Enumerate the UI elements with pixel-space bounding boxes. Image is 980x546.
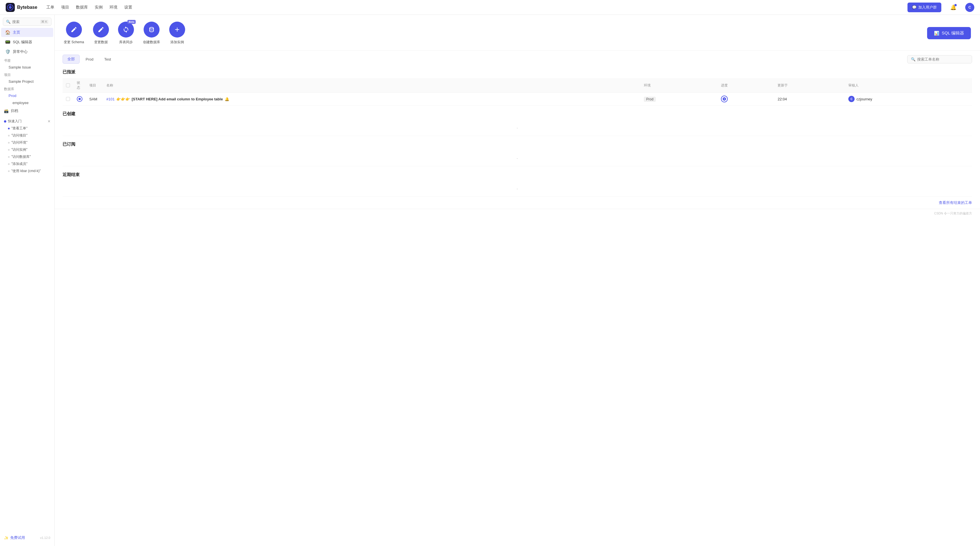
- quick-start-item[interactable]: "访问环境": [0, 139, 54, 146]
- nav-workorders[interactable]: 工单: [46, 4, 54, 11]
- sidebar-item-home[interactable]: 🏠 主页: [1, 28, 53, 37]
- quick-start-item[interactable]: "添加成员": [0, 161, 54, 167]
- nav-instances[interactable]: 实例: [95, 4, 103, 11]
- action-create-database[interactable]: 创建数据库: [143, 22, 160, 45]
- nav-environments[interactable]: 环境: [110, 4, 118, 11]
- quick-start-item[interactable]: "访问实例": [0, 146, 54, 153]
- filter-tab-prod[interactable]: Prod: [81, 55, 98, 64]
- user-avatar[interactable]: C: [965, 3, 974, 12]
- issue-search-input[interactable]: [917, 57, 968, 61]
- qs-dot: [8, 163, 10, 165]
- table-row[interactable]: SAM #101 👉👉👉 [START HERE] Add email colu…: [62, 93, 972, 105]
- status-icon: [77, 96, 83, 102]
- header-name: 名称: [103, 78, 640, 93]
- quick-start-item[interactable]: "使用 kbar (cmd-k)": [0, 167, 54, 175]
- row-checkbox[interactable]: [66, 97, 70, 101]
- bookmarks-label: 书签: [0, 57, 54, 64]
- status-icon-inner: [78, 98, 81, 100]
- search-bar[interactable]: 🔍 ⌘ K: [3, 18, 51, 26]
- svg-point-2: [9, 6, 12, 9]
- section-subscribed-title: 已订阅: [62, 136, 972, 150]
- issue-reviewer: C czjourney: [845, 93, 972, 105]
- archive-icon: 🗃️: [4, 109, 8, 113]
- view-all-anchor[interactable]: 查看所有结束的工单: [939, 201, 972, 205]
- sidebar: 🔍 ⌘ K 🏠 主页 📟 SQL 编辑器 🛡️ 异常中心 书签 Sample I…: [0, 15, 55, 546]
- reviewer: C czjourney: [848, 96, 969, 102]
- view-all-link[interactable]: 查看所有结束的工单: [55, 197, 980, 209]
- sidebar-item-employee[interactable]: employee: [0, 99, 54, 107]
- projects-label: 项目: [0, 71, 54, 78]
- search-input[interactable]: [12, 20, 38, 24]
- progress-icon: [721, 96, 728, 102]
- chat-icon: 💬: [912, 5, 916, 10]
- select-all-checkbox[interactable]: [66, 83, 70, 87]
- reviewer-name: czjourney: [856, 97, 872, 101]
- header-updated: 更新于: [774, 78, 845, 93]
- notification-button[interactable]: 🔔: [948, 2, 958, 13]
- issue-emoji: 👉👉👉: [116, 97, 130, 101]
- qs-dot: [8, 170, 10, 172]
- search-kbd: ⌘ K: [40, 20, 48, 24]
- svg-rect-3: [10, 4, 11, 6]
- databases-label: 数据库: [0, 85, 54, 92]
- sidebar-item-sample-issue[interactable]: Sample Issue: [0, 64, 54, 71]
- header-project: 项目: [86, 78, 103, 93]
- sidebar-item-prod[interactable]: Prod: [0, 92, 54, 99]
- bottom-bar: CSDN 令一只努力的偏差方: [55, 209, 980, 218]
- sidebar-item-alert-center[interactable]: 🛡️ 异常中心: [1, 47, 53, 56]
- sidebar-item-sql-editor[interactable]: 📟 SQL 编辑器: [1, 38, 53, 47]
- header-status: 状态: [73, 78, 86, 93]
- join-community-button[interactable]: 💬 加入用户群: [907, 3, 941, 12]
- qs-dot: [8, 142, 10, 143]
- table-sync-circle: Beta: [118, 22, 134, 38]
- sparkle-icon: ✨: [4, 536, 8, 540]
- quick-start-item[interactable]: "访问数据库": [0, 153, 54, 161]
- beta-badge: Beta: [127, 20, 136, 24]
- change-schema-circle: [66, 22, 82, 38]
- qs-dot: [8, 135, 10, 137]
- quick-start-item[interactable]: "查看工单": [0, 125, 54, 132]
- qs-dot: [8, 156, 10, 158]
- logo-text: Bytebase: [17, 5, 37, 10]
- header-progress: 进度: [718, 78, 774, 93]
- sql-editor-button[interactable]: 📊 SQL 编辑器: [927, 27, 971, 39]
- content-area: 已指派 状态 项目 名称 环境 进度 更新于 审核人: [55, 64, 980, 197]
- recent-ended-empty-row: -: [62, 181, 972, 197]
- created-table: -: [62, 120, 972, 136]
- search-icon: 🔍: [6, 20, 11, 24]
- sidebar-item-sample-project[interactable]: Sample Project: [0, 78, 54, 85]
- issue-number: #101: [107, 97, 115, 101]
- action-change-data[interactable]: 变更数据: [93, 22, 109, 45]
- subscribed-empty-row: -: [62, 150, 972, 166]
- nav-projects[interactable]: 项目: [61, 4, 69, 11]
- section-recent-ended-title: 近期结束: [62, 166, 972, 181]
- layout: 🔍 ⌘ K 🏠 主页 📟 SQL 编辑器 🛡️ 异常中心 书签 Sample I…: [0, 15, 980, 546]
- free-trial-button[interactable]: ✨ 免费试用: [4, 535, 25, 540]
- filter-tabs: 全部 Prod Test 🔍: [55, 51, 980, 64]
- home-icon: 🏠: [5, 30, 11, 35]
- filter-tab-test[interactable]: Test: [99, 55, 116, 64]
- action-change-schema[interactable]: 变更 Schema: [64, 22, 84, 45]
- header-env: 环境: [640, 78, 718, 93]
- sidebar-item-archive[interactable]: 🗃️ 归档: [0, 107, 54, 115]
- filter-tab-all[interactable]: 全部: [62, 55, 80, 64]
- filter-search-bar[interactable]: 🔍: [907, 55, 972, 64]
- action-table-sync[interactable]: Beta 库表同步: [118, 22, 134, 45]
- search-icon-small: 🔍: [911, 57, 915, 61]
- action-add-instance[interactable]: 添加实例: [169, 22, 185, 45]
- quick-start-header: 快速入门 ×: [0, 116, 54, 125]
- action-bar: 变更 Schema 变更数据 Beta 库表同步: [55, 15, 980, 51]
- header-checkbox: [62, 78, 73, 93]
- quick-start-item[interactable]: "访问项目": [0, 132, 54, 139]
- subscribed-table: -: [62, 150, 972, 166]
- nav-settings[interactable]: 设置: [124, 4, 132, 11]
- alert-icon: 🛡️: [5, 49, 11, 54]
- nav-databases[interactable]: 数据库: [76, 4, 88, 11]
- issue-name[interactable]: #101 👉👉👉 [START HERE] Add email column t…: [103, 93, 640, 105]
- quick-start-close-button[interactable]: ×: [48, 119, 50, 124]
- create-database-circle: [144, 22, 159, 38]
- add-instance-circle: [169, 22, 185, 38]
- logo: Bytebase: [6, 3, 37, 12]
- sql-editor-icon: 📊: [934, 31, 939, 36]
- assigned-table: 状态 项目 名称 环境 进度 更新于 审核人 SAM #101: [62, 78, 972, 105]
